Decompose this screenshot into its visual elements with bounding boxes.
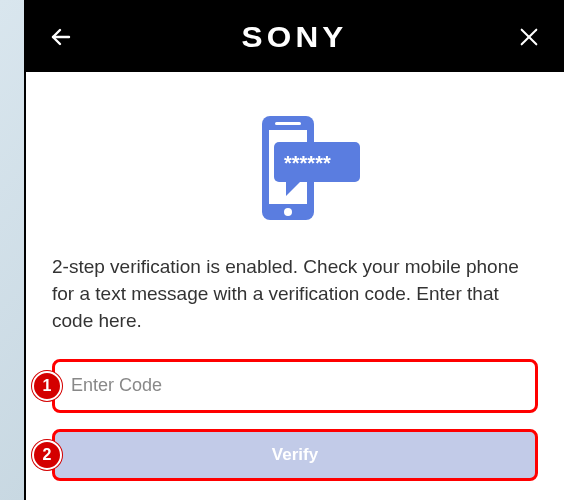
background-sliver <box>0 0 24 500</box>
annotation-step-1: 1 <box>32 371 62 401</box>
close-icon[interactable] <box>516 24 542 50</box>
verify-button-label: Verify <box>272 445 318 465</box>
code-field-wrap: 1 <box>52 359 538 413</box>
instruction-text: 2-step verification is enabled. Check yo… <box>52 254 538 335</box>
annotation-step-2: 2 <box>32 440 62 470</box>
phone-sms-code-icon: ****** <box>220 108 370 232</box>
app-frame: SONY ****** 2-step verification is enab <box>24 0 564 500</box>
back-icon[interactable] <box>48 24 74 50</box>
main-content: ****** 2-step verification is enabled. C… <box>26 72 564 500</box>
header-bar: SONY <box>26 2 564 72</box>
svg-point-5 <box>284 208 292 216</box>
verify-button-wrap: 2 Verify <box>52 429 538 481</box>
code-input[interactable] <box>52 359 538 413</box>
svg-text:******: ****** <box>284 152 331 174</box>
verify-button[interactable]: Verify <box>52 429 538 481</box>
svg-rect-6 <box>275 122 301 125</box>
brand-logo: SONY <box>242 20 348 54</box>
